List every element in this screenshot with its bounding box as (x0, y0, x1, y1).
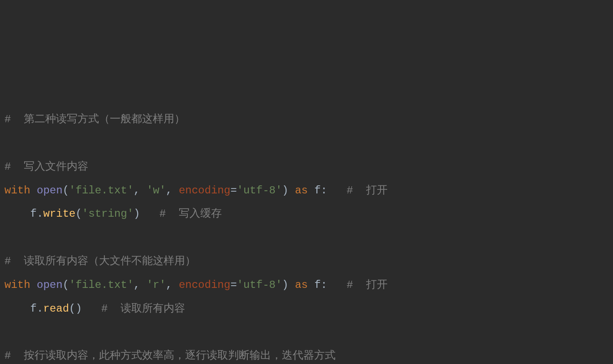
token-punct: ) (282, 279, 295, 291)
token-string: 'w' (147, 184, 166, 197)
token-punct: ( (63, 184, 69, 197)
token-comment: # 按行读取内容，此种方式效率高，逐行读取判断输出，迭代器方式 (4, 350, 336, 362)
token-punct: ) (134, 208, 160, 220)
token-punct: ( (63, 279, 69, 291)
token-string: 'utf-8' (237, 279, 282, 291)
code-line[interactable]: with open('file.txt', 'w', encoding='utf… (4, 179, 609, 203)
token-ident: f. (4, 208, 43, 220)
code-line[interactable]: # 第二种读写方式（一般都这样用） (4, 108, 609, 132)
code-line[interactable] (4, 226, 609, 250)
token-string: 'string' (82, 208, 134, 220)
token-keyword: with (4, 184, 37, 197)
token-string: 'utf-8' (237, 184, 282, 197)
token-ident: f (314, 279, 320, 291)
code-line[interactable] (4, 132, 609, 155)
code-editor-viewport[interactable]: # 第二种读写方式（一般都这样用） # 写入文件内容with open('fil… (4, 108, 609, 364)
code-line[interactable]: with open('file.txt', 'r', encoding='utf… (4, 274, 609, 297)
token-builtin: open (37, 184, 63, 197)
token-comment: # 读取所有内容（大文件不能这样用） (4, 255, 196, 267)
code-line[interactable]: f.write('string') # 写入缓存 (4, 202, 609, 226)
token-ident: f (314, 184, 320, 197)
token-func: write (43, 208, 75, 220)
token-punct: , (166, 184, 179, 197)
token-punct: = (230, 279, 237, 291)
token-punct: , (166, 279, 179, 291)
token-keyword: as (295, 279, 314, 291)
token-builtin: open (37, 279, 63, 291)
token-ident: f. (4, 303, 43, 315)
token-func: read (43, 303, 69, 315)
token-punct: = (230, 184, 237, 197)
token-comment: # 读取所有内容 (101, 303, 185, 315)
token-comment: # 打开 (346, 184, 387, 197)
token-comment: # 打开 (346, 279, 387, 291)
token-string: 'file.txt' (69, 279, 134, 291)
token-punct: ) (282, 184, 295, 197)
code-line[interactable] (4, 321, 609, 344)
token-param: encoding (179, 279, 230, 291)
token-punct: , (134, 184, 147, 197)
code-line[interactable]: # 按行读取内容，此种方式效率高，逐行读取判断输出，迭代器方式 (4, 344, 609, 364)
token-punct: () (69, 303, 101, 315)
token-keyword: with (4, 279, 37, 291)
token-param: encoding (179, 184, 230, 197)
token-keyword: as (295, 184, 314, 197)
token-comment: # 写入缓存 (160, 208, 222, 220)
code-line[interactable]: f.read() # 读取所有内容 (4, 297, 609, 321)
token-punct: : (321, 279, 347, 291)
code-line[interactable]: # 写入文件内容 (4, 155, 609, 179)
token-punct: ( (75, 208, 82, 220)
token-string: 'r' (147, 279, 166, 291)
token-comment: # 第二种读写方式（一般都这样用） (4, 113, 185, 125)
token-punct: , (134, 279, 147, 291)
token-punct: : (321, 184, 347, 197)
token-string: 'file.txt' (69, 184, 134, 197)
code-line[interactable]: # 读取所有内容（大文件不能这样用） (4, 250, 609, 274)
token-comment: # 写入文件内容 (4, 161, 88, 173)
